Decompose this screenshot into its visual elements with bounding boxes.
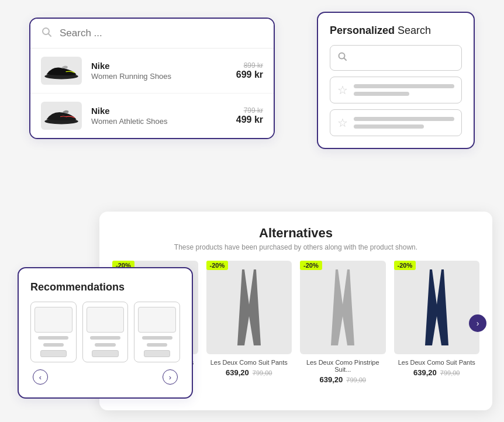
personalized-search-box[interactable] xyxy=(330,45,462,71)
product-name-2: Nike xyxy=(91,106,236,116)
svg-line-5 xyxy=(344,58,346,60)
personalized-search-widget: Personalized Search ☆ ☆ xyxy=(317,12,475,149)
rec-card-image-1 xyxy=(34,307,73,333)
alt-badge-3: -20% xyxy=(300,261,322,270)
alt-product-image-4 xyxy=(394,261,480,354)
product-prices-2: 799 kr 499 kr xyxy=(236,106,263,125)
search-widget: Nike Women Running Shoes 899 kr 699 kr N… xyxy=(29,18,275,139)
product-prices-1: 899 kr 699 kr xyxy=(236,61,263,80)
search-icon xyxy=(41,26,53,40)
alt-product-image-3 xyxy=(300,261,386,354)
p-line xyxy=(354,92,409,96)
star-icon-1: ☆ xyxy=(337,83,348,97)
p-line xyxy=(354,84,454,88)
rec-card-btn-1[interactable] xyxy=(40,350,67,357)
product-info-2: Nike Women Athletic Shoes xyxy=(91,106,236,126)
alt-product-name-2: Les Deux Como Suit Pants xyxy=(210,359,288,366)
alt-product-2[interactable]: -20% Les Deux Como Suit Pants 639,20 799… xyxy=(206,261,292,377)
alt-product-prices-2: 639,20 799,00 xyxy=(226,368,272,377)
rec-card-line-short xyxy=(95,343,116,347)
personalized-title: Personalized Search xyxy=(330,25,462,37)
rec-card-2 xyxy=(82,302,129,362)
alternatives-subtitle: These products have been purchased by ot… xyxy=(112,243,479,251)
search-bar[interactable] xyxy=(30,19,274,49)
product-row[interactable]: Nike Women Running Shoes 899 kr 699 kr xyxy=(30,49,274,94)
p-lines-2 xyxy=(354,117,454,129)
product-sub-2: Women Athletic Shoes xyxy=(91,117,236,126)
p-lines-1 xyxy=(354,84,454,96)
product-image-2 xyxy=(41,102,82,130)
personalized-result-2: ☆ xyxy=(330,109,462,136)
alt-product-prices-4: 639,20 799,00 xyxy=(413,368,460,377)
product-sub-1: Women Running Shoes xyxy=(91,72,236,81)
alternatives-title: Alternatives xyxy=(112,226,479,241)
price-new-1: 699 kr xyxy=(236,70,263,80)
rec-card-image-2 xyxy=(87,307,125,333)
rec-card-3 xyxy=(134,302,180,362)
star-icon-2: ☆ xyxy=(337,116,348,130)
rec-card-image-3 xyxy=(138,307,176,333)
alt-product-name-3: Les Deux Como Pinstripe Suit... xyxy=(300,359,386,373)
rec-card-1 xyxy=(30,302,77,362)
alternatives-next-button[interactable]: › xyxy=(469,314,486,332)
alt-price-old-4: 799,00 xyxy=(440,369,460,376)
p-line xyxy=(354,124,424,129)
rec-card-line xyxy=(38,336,68,340)
price-old-1: 899 kr xyxy=(236,61,263,70)
price-new-2: 499 kr xyxy=(236,115,263,125)
alt-price-new-3: 639,20 xyxy=(320,375,343,384)
rec-card-line-short xyxy=(147,343,168,347)
rec-nav: ‹ › xyxy=(30,369,180,385)
rec-card-btn-2[interactable] xyxy=(92,350,118,357)
p-line xyxy=(354,117,454,121)
alt-badge-2: -20% xyxy=(206,261,229,270)
rec-next-button[interactable]: › xyxy=(163,369,178,385)
product-name-1: Nike xyxy=(91,61,236,71)
product-info-1: Nike Women Running Shoes xyxy=(91,61,236,81)
personalized-search-icon xyxy=(337,51,348,64)
alt-price-new-4: 639,20 xyxy=(413,368,437,377)
alt-badge-4: -20% xyxy=(394,261,416,270)
alt-price-old-3: 799,00 xyxy=(346,376,366,383)
svg-line-1 xyxy=(49,34,51,37)
personalized-result-1: ☆ xyxy=(330,77,462,103)
alt-price-new-2: 639,20 xyxy=(226,368,249,377)
alt-product-4[interactable]: -20% Les Deux Como Suit Pants 639,20 799… xyxy=(394,261,480,377)
rec-card-btn-3[interactable] xyxy=(144,350,170,357)
rec-card-line xyxy=(90,336,120,340)
alt-product-prices-3: 639,20 799,00 xyxy=(320,375,366,384)
rec-card-line-short xyxy=(43,343,64,347)
alt-product-image-2 xyxy=(206,261,292,354)
rec-prev-button[interactable]: ‹ xyxy=(33,369,48,385)
price-old-2: 799 kr xyxy=(236,106,263,115)
alt-product-3[interactable]: -20% Les Deux Como Pinstripe Suit... 639… xyxy=(300,261,386,384)
recommendations-widget: Recommendations ‹ › xyxy=(18,267,193,399)
rec-cards xyxy=(30,302,180,362)
alt-price-old-2: 799,00 xyxy=(253,369,272,376)
product-image-1 xyxy=(41,57,82,85)
product-row-2[interactable]: Nike Women Athletic Shoes 799 kr 499 kr xyxy=(30,94,274,138)
recommendations-title: Recommendations xyxy=(30,281,180,293)
alt-product-name-4: Les Deux Como Suit Pants xyxy=(398,359,475,366)
rec-card-line xyxy=(142,336,172,340)
search-input[interactable] xyxy=(60,27,263,39)
